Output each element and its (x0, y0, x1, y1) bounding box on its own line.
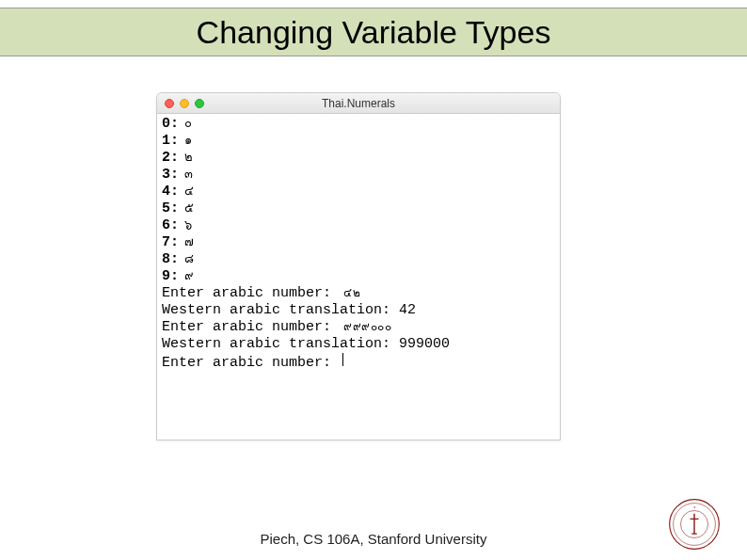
digit-row: 7:๗ (162, 234, 555, 251)
text-cursor-icon (342, 353, 343, 366)
result-value: 999000 (399, 336, 450, 353)
slide-footer: Piech, CS 106A, Stanford University (0, 531, 747, 547)
stanford-seal-icon: ★ (668, 498, 721, 551)
result-value: 42 (399, 302, 416, 319)
thai-glyph: ๗ (179, 234, 194, 249)
digit-row: 8:๘ (162, 251, 555, 268)
digit-label: 8: (162, 251, 179, 268)
digit-row: 1:๑ (162, 133, 555, 150)
result-line: Western arabic translation: 42 (162, 302, 555, 319)
digit-label: 5: (162, 200, 179, 217)
user-input: ๔๒ (340, 286, 360, 299)
digit-label: 4: (162, 184, 179, 200)
thai-glyph: ๓ (179, 167, 193, 182)
traffic-lights (157, 99, 204, 108)
thai-glyph: ๖ (179, 217, 192, 232)
digit-row: 4:๔ (162, 184, 555, 200)
thai-glyph: ๕ (179, 200, 194, 216)
digit-row: 9:๙ (162, 268, 555, 285)
prompt-text: Enter arabic number: (162, 285, 340, 302)
result-label: Western arabic translation: (162, 302, 399, 319)
digit-label: 1: (162, 133, 179, 150)
digit-label: 7: (162, 234, 179, 251)
console-output: 0:๐ 1:๑ 2:๒ 3:๓ 4:๔ 5:๕ 6:๖ 7:๗ 8:๘ 9:๙ … (157, 114, 560, 374)
user-input: ๙๙๙๐๐๐ (340, 320, 391, 333)
digit-label: 3: (162, 167, 179, 184)
app-window: Thai.Numerals 0:๐ 1:๑ 2:๒ 3:๓ 4:๔ 5:๕ 6:… (156, 92, 561, 440)
digit-row: 2:๒ (162, 150, 555, 167)
digit-label: 2: (162, 150, 179, 167)
thai-glyph: ๔ (179, 184, 194, 199)
result-label: Western arabic translation: (162, 336, 399, 353)
svg-text:★: ★ (693, 505, 696, 509)
digit-row: 5:๕ (162, 200, 555, 217)
thai-glyph: ๙ (179, 268, 194, 283)
slide-title-band: Changing Variable Types (0, 8, 747, 56)
slide-title: Changing Variable Types (197, 14, 551, 51)
result-line: Western arabic translation: 999000 (162, 336, 555, 353)
prompt-line: Enter arabic number: ๔๒ (162, 285, 555, 302)
digit-label: 0: (162, 116, 179, 133)
thai-glyph: ๘ (179, 251, 194, 266)
close-icon[interactable] (165, 99, 174, 108)
prompt-text: Enter arabic number: (162, 319, 340, 336)
zoom-icon[interactable] (195, 99, 204, 108)
digit-label: 6: (162, 217, 179, 234)
prompt-line: Enter arabic number: (162, 353, 555, 372)
thai-glyph: ๒ (179, 150, 193, 165)
digit-row: 0:๐ (162, 116, 555, 133)
digit-label: 9: (162, 268, 179, 285)
thai-glyph: ๐ (179, 116, 192, 131)
thai-glyph: ๑ (179, 133, 192, 148)
prompt-line: Enter arabic number: ๙๙๙๐๐๐ (162, 319, 555, 336)
digit-row: 3:๓ (162, 167, 555, 184)
window-titlebar: Thai.Numerals (157, 93, 560, 114)
minimize-icon[interactable] (180, 99, 189, 108)
window-title: Thai.Numerals (157, 97, 560, 110)
digit-row: 6:๖ (162, 217, 555, 234)
prompt-text: Enter arabic number: (162, 355, 340, 372)
